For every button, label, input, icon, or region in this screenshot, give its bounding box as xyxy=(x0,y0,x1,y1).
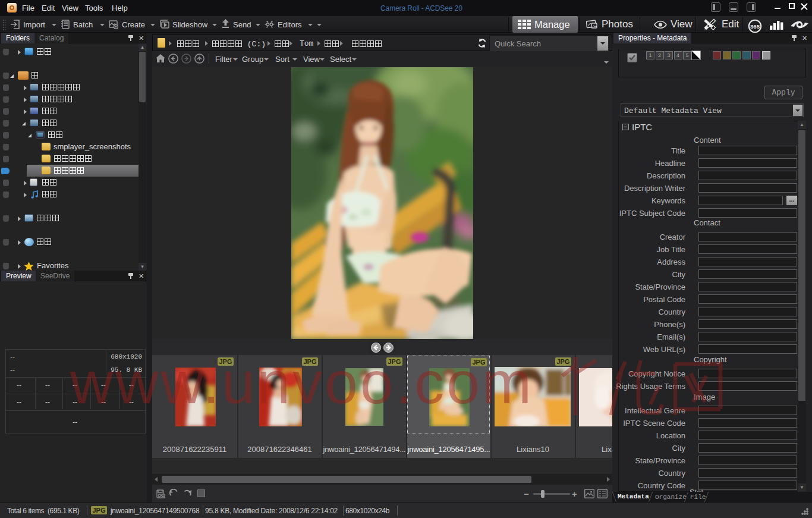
svg-text:365: 365 xyxy=(750,23,760,30)
